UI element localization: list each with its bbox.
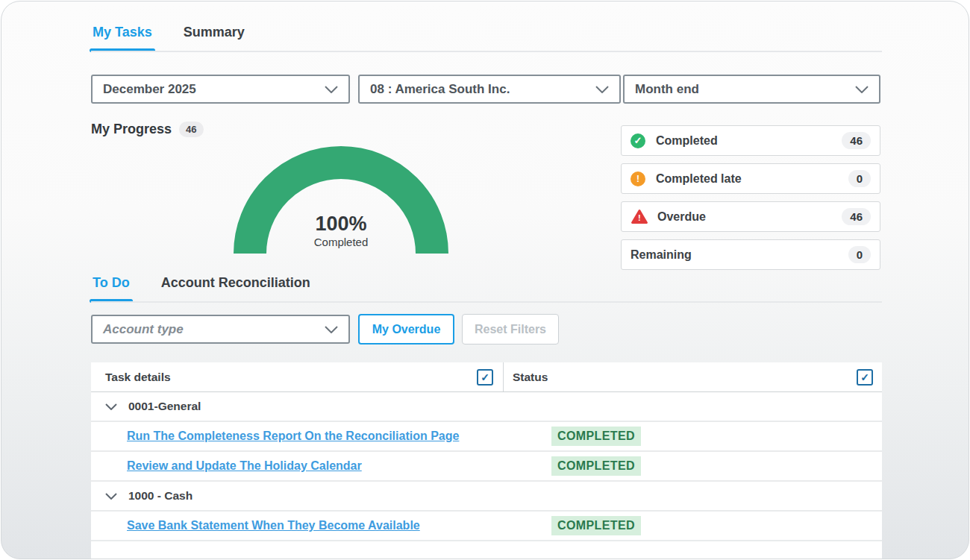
status-card-label: Overdue (657, 210, 706, 224)
task-status-cell: COMPLETED (503, 427, 882, 446)
account-type-placeholder: Account type (103, 322, 184, 337)
group-row[interactable]: 0001-General (91, 392, 882, 422)
status-badge: COMPLETED (551, 516, 641, 535)
chevron-down-icon (105, 493, 117, 500)
gauge-caption: Completed (233, 236, 449, 248)
task-link[interactable]: Review and Update The Holiday Calendar (127, 459, 362, 472)
status-card-completed-late: ! Completed late 0 (621, 163, 880, 194)
tab-account-reconciliation[interactable]: Account Reconciliation (160, 275, 312, 301)
primary-tabs: My Tasks Summary (91, 25, 246, 51)
task-title-cell: Save Bank Statement When They Become Ava… (91, 519, 503, 532)
clipped-row (91, 541, 882, 559)
group-name: 1000 - Cash (128, 489, 193, 503)
task-link[interactable]: Save Bank Statement When They Become Ava… (127, 519, 420, 532)
task-status-cell: COMPLETED (503, 516, 882, 535)
status-card-count: 46 (842, 132, 871, 149)
status-card-label: Completed (656, 134, 718, 148)
task-status-cell: COMPLETED (503, 456, 882, 476)
period-dropdown[interactable]: December 2025 (91, 75, 350, 104)
status-card-count: 46 (842, 208, 871, 225)
status-card-label: Completed late (656, 172, 742, 186)
reset-filters-button[interactable]: Reset Filters (462, 314, 559, 345)
status-header: Status (513, 371, 548, 384)
chevron-down-icon (855, 86, 869, 93)
status-card-count: 0 (848, 170, 871, 187)
group-row[interactable]: 1000 - Cash (91, 482, 882, 512)
tab-summary[interactable]: Summary (182, 25, 246, 51)
primary-tabs-divider (91, 51, 882, 52)
gauge-percent: 100% (233, 213, 449, 236)
task-row: Review and Update The Holiday Calendar C… (91, 452, 882, 482)
status-card-overdue: ! Overdue 46 (621, 201, 880, 232)
task-type-dropdown[interactable]: Month end (623, 75, 880, 104)
exclamation-circle-icon: ! (630, 172, 645, 186)
my-tasks-panel: My Tasks Summary December 2025 08 : Amer… (1, 1, 969, 559)
group-name: 0001-General (128, 400, 201, 413)
my-overdue-button[interactable]: My Overdue (358, 314, 454, 345)
check-circle-icon: ✓ (630, 133, 645, 148)
chevron-down-icon (105, 403, 117, 410)
progress-heading: My Progress 46 (91, 122, 204, 137)
task-details-header: Task details (105, 371, 171, 384)
task-details-select-all-checkbox[interactable]: ✓ (477, 369, 493, 386)
chevron-down-icon (325, 86, 338, 93)
progress-title: My Progress (91, 122, 172, 137)
status-badge: COMPLETED (551, 427, 641, 446)
chevron-down-icon (325, 326, 338, 333)
status-card-remaining: Remaining 0 (621, 239, 880, 270)
status-card-count: 0 (848, 246, 871, 263)
status-header-cell: Status ✓ (503, 362, 882, 391)
progress-gauge: 100% Completed (233, 145, 449, 254)
task-details-header-cell: Task details ✓ (91, 362, 503, 391)
inner-tabs: To Do Account Reconciliation (91, 275, 312, 301)
status-card-completed: ✓ Completed 46 (621, 125, 880, 156)
warning-triangle-icon: ! (630, 209, 648, 224)
tab-my-tasks[interactable]: My Tasks (91, 25, 154, 51)
table-header-row: Task details ✓ Status ✓ (91, 362, 882, 392)
tasks-table: Task details ✓ Status ✓ 0001-General Run… (91, 362, 882, 559)
status-select-all-checkbox[interactable]: ✓ (857, 369, 873, 386)
status-card-label: Remaining (630, 248, 692, 262)
task-row: Save Bank Statement When They Become Ava… (91, 512, 882, 541)
progress-count-badge: 46 (179, 122, 203, 137)
task-title-cell: Run The Completeness Report On the Recon… (91, 430, 503, 443)
task-type-dropdown-value: Month end (635, 82, 699, 97)
account-type-dropdown[interactable]: Account type (91, 315, 350, 344)
entity-dropdown[interactable]: 08 : America South Inc. (358, 75, 621, 104)
task-row: Run The Completeness Report On the Recon… (91, 422, 882, 452)
task-title-cell: Review and Update The Holiday Calendar (91, 459, 503, 473)
svg-text:!: ! (638, 213, 641, 222)
status-badge: COMPLETED (551, 456, 641, 476)
task-link[interactable]: Run The Completeness Report On the Recon… (127, 430, 459, 442)
entity-dropdown-value: 08 : America South Inc. (370, 82, 510, 97)
tab-to-do[interactable]: To Do (91, 275, 131, 301)
gauge-center-text: 100% Completed (233, 213, 449, 248)
period-dropdown-value: December 2025 (103, 82, 196, 97)
inner-tabs-divider (91, 301, 882, 303)
chevron-down-icon (595, 86, 609, 93)
